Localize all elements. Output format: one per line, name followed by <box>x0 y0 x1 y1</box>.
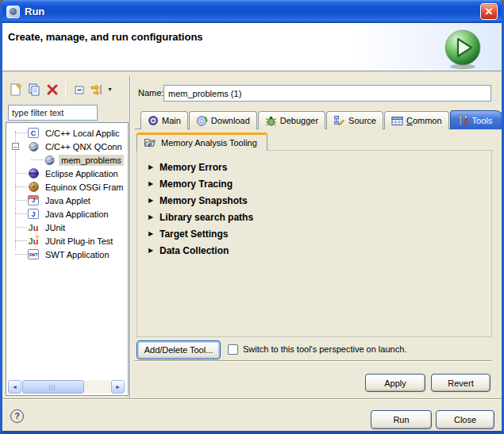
filter-configurations-icon[interactable] <box>89 81 106 98</box>
right-panel-separator <box>135 360 492 362</box>
section-data-collection[interactable]: ▶ Data Collection <box>148 242 485 259</box>
tree-item-eclipse-application[interactable]: Eclipse Application <box>6 167 128 180</box>
collapsed-arrow-icon: ▶ <box>148 230 160 237</box>
titlebar[interactable]: Run ✕ <box>0 0 504 23</box>
tree-item-java-applet[interactable]: J Java Applet <box>6 194 128 207</box>
tree-item-java-application[interactable]: J Java Application <box>6 207 128 221</box>
apply-button[interactable]: Apply <box>365 374 425 392</box>
config-tabstrip: Main Download Debugger Source Common Too <box>140 111 504 129</box>
tools-tab-icon <box>457 114 469 126</box>
collapsed-arrow-icon: ▶ <box>148 247 160 254</box>
toolbar-menu-caret-icon[interactable]: ▼ <box>107 81 113 98</box>
collapse-all-icon[interactable] <box>71 81 87 98</box>
panel-sash[interactable] <box>129 76 131 398</box>
tree-item-mem-problems[interactable]: mem_problems <box>6 153 128 167</box>
run-dialog-window: Run ✕ Create, manage, and run configurat… <box>0 0 504 434</box>
memory-analysis-panel: ▶ Memory Errors ▶ Memory Tracing ▶ Memor… <box>137 150 492 337</box>
tree-item-junit[interactable]: Ju JUnit <box>6 221 128 234</box>
memory-analysis-tab-icon <box>144 137 156 148</box>
section-target-settings[interactable]: ▶ Target Settings <box>148 225 485 242</box>
section-memory-snapshots[interactable]: ▶ Memory Snapshots <box>148 192 485 209</box>
tree-horizontal-scrollbar[interactable]: ◄ ► <box>8 380 125 394</box>
close-icon: ✕ <box>485 6 494 17</box>
name-input[interactable] <box>164 85 491 102</box>
java-applet-icon: J <box>27 194 40 207</box>
duplicate-configuration-icon[interactable] <box>25 81 42 98</box>
download-tab-icon <box>196 115 208 127</box>
c-cpp-local-icon: C <box>27 127 40 140</box>
tab-download[interactable]: Download <box>189 111 257 129</box>
toolbar-separator <box>65 82 66 98</box>
tree-item-junit-plugin-test[interactable]: Ju» JUnit Plug-in Test <box>6 234 128 248</box>
scroll-right-icon[interactable]: ► <box>111 380 125 394</box>
new-configuration-icon[interactable] <box>7 81 24 98</box>
button-bar-separator <box>2 398 502 400</box>
collapsed-arrow-icon: ▶ <box>148 180 160 187</box>
close-button[interactable]: Close <box>436 410 494 429</box>
source-tab-icon <box>333 115 345 127</box>
configurations-tree: C C/C++ Local Applic – C/C++ QNX QConn m… <box>6 126 128 261</box>
tree-item-cpp-local[interactable]: C C/C++ Local Applic <box>6 126 128 140</box>
filter-input[interactable] <box>8 105 98 121</box>
run-button[interactable]: Run <box>371 410 432 429</box>
collapse-expander-icon[interactable]: – <box>12 143 19 150</box>
banner-message: Create, manage, and run configurations <box>8 31 203 43</box>
tab-tools[interactable]: Tools <box>450 110 504 129</box>
revert-button[interactable]: Revert <box>431 374 491 392</box>
equinox-osgi-icon <box>27 181 40 194</box>
qnx-qconn-icon <box>43 154 56 167</box>
delete-configuration-icon[interactable] <box>44 81 60 98</box>
scroll-left-icon[interactable]: ◄ <box>8 380 21 394</box>
swt-application-icon: SWT <box>27 248 40 261</box>
eclipse-application-icon <box>27 167 40 180</box>
tab-source[interactable]: Source <box>326 111 383 129</box>
junit-icon: Ju <box>27 221 40 234</box>
junit-plugin-test-icon: Ju» <box>27 235 40 248</box>
window-title: Run <box>25 6 44 17</box>
scrollbar-thumb[interactable] <box>22 380 84 394</box>
tab-main[interactable]: Main <box>140 111 188 129</box>
collapsed-arrow-icon: ▶ <box>148 197 160 204</box>
switch-perspective-label: Switch to this tool's perspective on lau… <box>243 344 406 354</box>
section-memory-errors[interactable]: ▶ Memory Errors <box>148 159 485 175</box>
dialog-content: ▼ C C/C++ Local Applic – C/C++ QNX QConn <box>2 71 502 431</box>
switch-perspective-checkbox[interactable] <box>228 344 238 355</box>
section-library-search-paths[interactable]: ▶ Library search paths <box>148 209 485 225</box>
debugger-tab-icon <box>265 115 277 127</box>
scrollbar-track[interactable] <box>84 380 111 394</box>
tab-memory-analysis-tooling[interactable]: Memory Analysis Tooling <box>137 133 267 151</box>
common-tab-icon <box>391 116 403 126</box>
configurations-toolbar: ▼ <box>7 81 113 98</box>
dialog-banner: Create, manage, and run configurations <box>0 23 504 71</box>
configurations-tree-panel: C C/C++ Local Applic – C/C++ QNX QConn m… <box>6 122 129 396</box>
tree-item-equinox-osgi[interactable]: Equinox OSGi Fram <box>6 180 128 194</box>
window-icon <box>6 6 20 18</box>
add-delete-tool-button[interactable]: Add/Delete Tool... <box>137 340 221 359</box>
tab-common[interactable]: Common <box>384 111 449 129</box>
tab-debugger[interactable]: Debugger <box>258 111 325 129</box>
qnx-qconn-icon <box>27 140 40 153</box>
help-icon[interactable]: ? <box>10 409 24 423</box>
memory-analysis-sections: ▶ Memory Errors ▶ Memory Tracing ▶ Memor… <box>148 159 485 259</box>
tree-item-qnx-qconn[interactable]: – C/C++ QNX QConn <box>6 140 128 153</box>
tree-item-swt-application[interactable]: SWT SWT Application <box>6 248 128 261</box>
close-window-button[interactable]: ✕ <box>480 3 498 20</box>
main-tab-icon <box>148 115 159 126</box>
collapsed-arrow-icon: ▶ <box>148 163 160 171</box>
java-application-icon: J <box>27 208 40 221</box>
collapsed-arrow-icon: ▶ <box>148 213 160 221</box>
section-memory-tracing[interactable]: ▶ Memory Tracing <box>148 175 485 192</box>
run-sphere-icon <box>441 26 485 71</box>
name-label: Name: <box>138 88 164 98</box>
